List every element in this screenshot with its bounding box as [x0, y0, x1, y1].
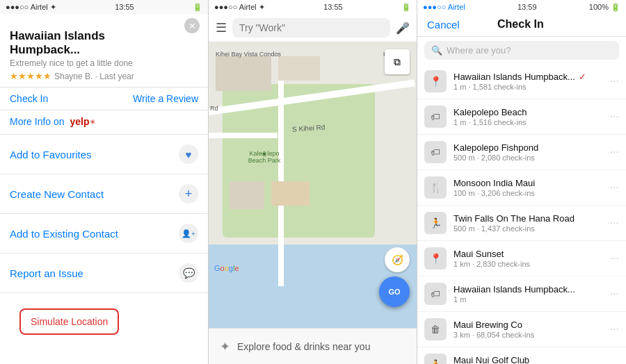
add-existing-label: Add to Existing Contact	[10, 228, 118, 240]
location-list-item[interactable]: 🏷 Kalepolepo Beach 1 m · 1,516 check-ins…	[417, 99, 626, 135]
rd-label: Rd	[210, 105, 218, 112]
location-name: Kalepolepo Fishpond	[454, 142, 603, 153]
more-options-icon[interactable]: ···	[610, 75, 619, 88]
location-list-item[interactable]: 🗑 Maui Brewing Co 3 km · 68,054 check-in…	[417, 312, 626, 347]
add-favourites-item[interactable]: Add to Favourites ♥	[0, 135, 208, 174]
moreinfo-label: More Info on	[10, 116, 65, 127]
hamburger-icon[interactable]: ☰	[216, 20, 227, 35]
simulate-label: Simulate Location	[31, 316, 108, 327]
map-view[interactable]: S Kihei Rd Kale◉lepoBeach Park Kihei Bay…	[209, 42, 417, 328]
microphone-icon[interactable]: 🎤	[396, 22, 410, 35]
location-list: 📍 Hawaiian Islands Humpback... ✓ 1 m · 1…	[417, 64, 626, 364]
p3-time: 13:59	[517, 3, 537, 11]
location-name: Hawaiian Islands Humpback...	[454, 284, 603, 295]
layers-button[interactable]: ⧉	[385, 49, 410, 74]
explore-label: Explore food & drinks near you	[237, 341, 370, 352]
location-sub: 100 m · 3,206 check-ins	[454, 189, 603, 197]
location-type-icon: 🗑	[424, 318, 447, 340]
p3-battery: 100% 🔋	[589, 3, 620, 12]
location-name: Maui Nui Golf Club	[454, 355, 603, 364]
location-list-item[interactable]: 📍 Maui Sunset 1 km · 2,830 check-ins ···	[417, 241, 626, 276]
location-name: Hawaiian Islands Humpback... ✓	[454, 72, 603, 82]
yelp-burst-icon: ✳	[90, 118, 95, 126]
location-sub: 1 m · 1,516 check-ins	[454, 118, 603, 126]
location-sub: 3 km · 68,054 check-ins	[454, 331, 603, 339]
location-list-item[interactable]: 🏷 Hawaiian Islands Humpback... 1 m ···	[417, 276, 626, 312]
more-options-icon[interactable]: ···	[610, 217, 619, 229]
yelp-logo: yelp✳	[67, 116, 95, 127]
location-info: Monsoon India Maui 100 m · 3,206 check-i…	[454, 178, 603, 197]
p3-carrier: ●●●○○ Airtel	[423, 3, 465, 11]
layers-icon: ⧉	[394, 56, 401, 68]
checkmark-icon: ✓	[577, 72, 587, 82]
condos-label: Kihei Bay Vista Condos	[216, 51, 281, 58]
p2-carrier: ●●●○○ Airtel ✦	[214, 3, 265, 12]
location-list-item[interactable]: 🍴 Monsoon India Maui 100 m · 3,206 check…	[417, 170, 626, 206]
create-contact-item[interactable]: Create New Contact +	[0, 174, 208, 214]
location-info: Kalepolepo Beach 1 m · 1,516 check-ins	[454, 107, 603, 126]
sparkle-icon: ✦	[220, 339, 230, 354]
simulate-location-button[interactable]: Simulate Location	[19, 308, 119, 335]
location-search-bar[interactable]: 🔍 Where are you?	[424, 41, 619, 60]
google-logo: Google	[214, 264, 239, 272]
location-sub: 1 m	[454, 295, 603, 304]
chat-bubble-icon: 💬	[179, 263, 198, 283]
p2-time: 13:55	[323, 3, 343, 11]
location-list-item[interactable]: 🏃 Maui Nui Golf Club 2 km · 4,338 check-…	[417, 347, 626, 364]
location-info: Kalepolepo Fishpond 500 m · 2,080 check-…	[454, 142, 603, 162]
moreinfo-yelp-row[interactable]: More Info on yelp✳	[0, 110, 208, 135]
location-type-icon: 🏃	[424, 354, 447, 364]
location-name: Maui Sunset	[454, 249, 603, 259]
location-type-icon: 🏃	[424, 212, 447, 234]
plus-icon: +	[179, 184, 198, 204]
add-existing-item[interactable]: Add to Existing Contact 👤+	[0, 214, 208, 254]
location-type-icon: 🏷	[424, 106, 447, 128]
location-type-icon: 📍	[424, 247, 447, 270]
location-list-item[interactable]: 🏷 Kalepolepo Fishpond 500 m · 2,080 chec…	[417, 135, 626, 170]
location-list-item[interactable]: 📍 Hawaiian Islands Humpback... ✓ 1 m · 1…	[417, 64, 626, 99]
location-info: Twin Falls On The Hana Road 500 m · 1,43…	[454, 213, 603, 233]
location-sub: 500 m · 2,080 check-ins	[454, 154, 603, 162]
location-name: Twin Falls On The Hana Road	[454, 213, 603, 224]
explore-bar[interactable]: ✦ Explore food & drinks near you	[209, 328, 417, 364]
go-button[interactable]: GO	[379, 276, 410, 307]
location-type-icon: 🏷	[424, 283, 447, 305]
write-review-link[interactable]: Write a Review	[133, 93, 198, 104]
map-search-input[interactable]	[232, 18, 390, 38]
more-options-icon[interactable]: ···	[610, 323, 619, 336]
cancel-button[interactable]: Cancel	[427, 19, 460, 31]
checkin-title: Check In	[497, 18, 544, 31]
map-searchbar: ☰ 🎤	[209, 14, 417, 42]
more-options-icon[interactable]: ···	[610, 181, 619, 194]
location-search-placeholder: Where are you?	[447, 45, 511, 56]
more-options-icon[interactable]: ···	[610, 110, 619, 123]
checkin-link[interactable]: Check In	[10, 93, 48, 104]
location-sub: 500 m · 1,437 check-ins	[454, 224, 603, 233]
p2-battery: 🔋	[401, 3, 411, 12]
create-contact-label: Create New Contact	[10, 188, 104, 200]
location-info: Hawaiian Islands Humpback... ✓ 1 m · 1,5…	[454, 72, 603, 91]
report-issue-label: Report an Issue	[10, 267, 83, 279]
location-stars: ★★★★★	[10, 71, 51, 81]
panel3-checkin: ●●●○○ Airtel 13:59 100% 🔋 Cancel Check I…	[417, 0, 626, 364]
close-button[interactable]: ✕	[184, 18, 200, 33]
search-icon: 🔍	[431, 45, 442, 56]
more-options-icon[interactable]: ···	[610, 252, 619, 265]
add-person-icon: 👤+	[179, 224, 198, 243]
location-list-item[interactable]: 🏃 Twin Falls On The Hana Road 500 m · 1,…	[417, 206, 626, 241]
add-favourites-label: Add to Favourites	[10, 149, 92, 160]
more-options-icon[interactable]: ···	[610, 358, 619, 364]
location-title: Hawaiian Islands Humpback...	[10, 29, 198, 57]
yelp-text: yelp	[70, 116, 90, 127]
location-name: Kalepolepo Beach	[454, 107, 603, 117]
location-sub: 1 km · 2,830 check-ins	[454, 260, 603, 268]
park-label: Kale◉lepoBeach Park	[236, 150, 292, 164]
more-options-icon[interactable]: ···	[610, 146, 619, 158]
location-sub: 1 m · 1,581 check-ins	[454, 83, 603, 91]
report-issue-item[interactable]: Report an Issue 💬	[0, 254, 208, 293]
more-options-icon[interactable]: ···	[610, 288, 619, 300]
compass-button[interactable]: 🧭	[385, 247, 410, 272]
location-type-icon: 🍴	[424, 176, 447, 199]
panel1-location-detail: ●●●○○ Airtel ✦ 13:55 🔋 Hawaiian Islands …	[0, 0, 209, 364]
location-info: Hawaiian Islands Humpback... 1 m	[454, 284, 603, 304]
